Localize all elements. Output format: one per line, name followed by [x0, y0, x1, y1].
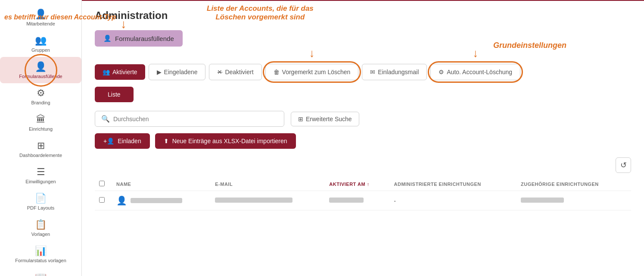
mail-icon: ✉: [370, 69, 375, 75]
sidebar-item-label: Formularausfüllende: [19, 74, 62, 79]
tab-label: Eingeladene: [164, 69, 198, 75]
aktiviert-blurred: ████████: [329, 198, 364, 203]
person-add-icon: +👤: [103, 138, 114, 144]
table-row: 👤 ████████████ ████████████████████ ████…: [95, 191, 631, 210]
pdf-icon: 📄: [35, 193, 47, 204]
liste-label: Liste: [108, 91, 121, 98]
sidebar-item-pdf-layouts[interactable]: 📄 PDF Layouts: [0, 188, 81, 215]
row-checkbox-cell: [95, 191, 112, 210]
refresh-button[interactable]: ↺: [616, 157, 631, 173]
main-content: Administration ↓ 👤 Formularausfüllende 👥…: [82, 0, 644, 276]
row-administrierte: -: [390, 191, 517, 210]
sidebar-item-label: Einwilligungen: [25, 179, 56, 184]
form-person-icon: 👤: [35, 61, 47, 72]
sidebar-item-formularstatus[interactable]: 📊 Formularstatus vorlagen: [0, 241, 81, 267]
branding-icon: ⚙: [37, 88, 45, 99]
sidebar-item-einrichtung[interactable]: 🏛 Einrichtung: [0, 110, 81, 136]
liste-button[interactable]: Liste: [95, 87, 134, 102]
sidebar-item-vorlagen[interactable]: 📋 Vorlagen: [0, 215, 81, 241]
search-input[interactable]: [113, 116, 278, 122]
refresh-icon: ↺: [620, 160, 627, 170]
tabs-row: 👥 Aktivierte ▶ Eingeladene ✕ Deaktiviert…: [95, 64, 631, 80]
account-type-section: ↓ 👤 Formularausfüllende: [95, 30, 183, 55]
dashboard-icon: ⊞: [37, 140, 45, 151]
sidebar-item-gruppen[interactable]: 👥 Gruppen: [0, 31, 81, 57]
col-administrierte: ADMINISTRIERTE EINRICHTUNGEN: [390, 177, 517, 191]
group-icon: 👥: [35, 35, 47, 46]
tab-einladungsmail[interactable]: ✉ Einladungsmail: [362, 64, 427, 80]
account-type-button[interactable]: 👤 Formularausfüllende: [95, 30, 183, 47]
tab-deaktiviert[interactable]: ✕ Deaktiviert: [209, 64, 261, 80]
col-checkbox: [95, 177, 112, 191]
search-row: 🔍 ⊞ Erweiterte Suche: [95, 111, 631, 127]
page-title: Administration: [95, 9, 631, 22]
einrichtung-icon: 🏛: [36, 114, 46, 125]
sidebar-item-label: PDF Layouts: [27, 205, 55, 210]
tab-label: Deaktiviert: [225, 69, 253, 75]
tab-vorgemerkt[interactable]: 🗑 Vorgemerkt zum Löschen: [265, 64, 359, 80]
col-aktiviert[interactable]: AKTIVIERT AM ↑: [325, 177, 389, 191]
einladen-button[interactable]: +👤 Einladen: [95, 133, 150, 149]
sidebar: 👤 Mitarbeitende 👥 Gruppen 👤 Formularausf…: [0, 0, 82, 276]
sidebar-item-label: Dashboardelemente: [19, 153, 62, 158]
row-aktiviert: ████████: [325, 191, 389, 210]
sidebar-item-book[interactable]: 📖: [0, 267, 81, 276]
person-icon: 👤: [35, 9, 47, 20]
col-zugehoerige: ZUGEHÖRIGE EINRICHTUNGEN: [516, 177, 631, 191]
tab-label: Einladungsmail: [378, 69, 419, 75]
row-email: ████████████████████: [211, 191, 325, 210]
aktivierte-icon: 👥: [103, 69, 110, 75]
row-name: 👤 ████████████: [112, 191, 211, 210]
import-label: Neue Einträge aus XLSX-Datei importieren: [172, 138, 287, 144]
sidebar-item-mitarbeitende[interactable]: 👤 Mitarbeitende: [0, 4, 81, 31]
import-button[interactable]: ⬆ Neue Einträge aus XLSX-Datei importier…: [155, 133, 296, 149]
einwilligungen-icon: ☰: [37, 166, 45, 178]
sidebar-item-label: Einrichtung: [29, 126, 53, 132]
col-name: NAME: [112, 177, 211, 191]
sidebar-item-label: Vorlagen: [31, 232, 50, 237]
row-zugehoerige: ████████████: [516, 191, 631, 210]
action-row: +👤 Einladen ⬆ Neue Einträge aus XLSX-Dat…: [95, 133, 631, 149]
tab-aktivierte[interactable]: 👥 Aktivierte: [95, 64, 145, 80]
advanced-search-icon: ⊞: [298, 116, 303, 122]
sidebar-item-label: Formularstatus vorlagen: [15, 258, 66, 263]
col-email: E-MAIL: [211, 177, 325, 191]
gear-icon: ⚙: [439, 69, 444, 75]
tab-label: Auto. Account-Löschung: [447, 69, 512, 75]
eingeladene-icon: ▶: [157, 69, 162, 75]
advanced-search-button[interactable]: ⊞ Erweiterte Suche: [291, 112, 359, 126]
select-all-checkbox[interactable]: [99, 181, 105, 186]
page-area: Administration ↓ 👤 Formularausfüllende 👥…: [82, 1, 644, 276]
formularstatus-icon: 📊: [35, 245, 47, 257]
search-icon: 🔍: [101, 115, 110, 123]
deaktiviert-icon: ✕: [217, 69, 222, 75]
advanced-search-label: Erweiterte Suche: [306, 116, 352, 122]
tab-auto-loeschung[interactable]: ⚙ Auto. Account-Löschung: [430, 64, 520, 80]
trash-icon: 🗑: [274, 69, 280, 75]
sidebar-item-label: Gruppen: [31, 47, 50, 53]
person-avatar-icon: 👤: [116, 195, 127, 206]
vorlagen-icon: 📋: [35, 219, 47, 230]
sidebar-item-dashboardelemente[interactable]: ⊞ Dashboardelemente: [0, 136, 81, 162]
tab-vorgemerkt-wrapper: ↓ 🗑 Vorgemerkt zum Löschen: [265, 64, 359, 80]
account-type-label: Formularausfüllende: [115, 35, 174, 42]
tab-label: Vorgemerkt zum Löschen: [282, 69, 351, 75]
zugehoerige-blurred: ████████████: [521, 198, 564, 203]
sidebar-item-label: Branding: [31, 100, 50, 105]
refresh-row: ↺: [95, 157, 631, 173]
upload-icon: ⬆: [164, 138, 169, 144]
name-blurred: ████████████: [131, 198, 182, 203]
auto-loeschung-arrow: ↓: [473, 47, 478, 60]
sidebar-item-formularausfuellende[interactable]: 👤 Formularausfüllende: [0, 57, 81, 83]
sidebar-item-einwilligungen[interactable]: ☰ Einwilligungen: [0, 162, 81, 188]
vorgemerkt-arrow: ↓: [309, 47, 314, 60]
search-input-wrap: 🔍: [95, 111, 284, 127]
tab-auto-loeschung-wrapper: ↓ ⚙ Auto. Account-Löschung: [430, 64, 520, 80]
sidebar-item-label: Mitarbeitende: [26, 21, 55, 26]
sidebar-item-branding[interactable]: ⚙ Branding: [0, 83, 81, 110]
account-type-icon: 👤: [103, 34, 112, 42]
email-blurred: ████████████████████: [215, 198, 292, 203]
data-table: NAME E-MAIL AKTIVIERT AM ↑ ADMINISTRIERT…: [95, 177, 631, 210]
row-checkbox[interactable]: [99, 197, 105, 203]
tab-eingeladene[interactable]: ▶ Eingeladene: [149, 64, 206, 80]
